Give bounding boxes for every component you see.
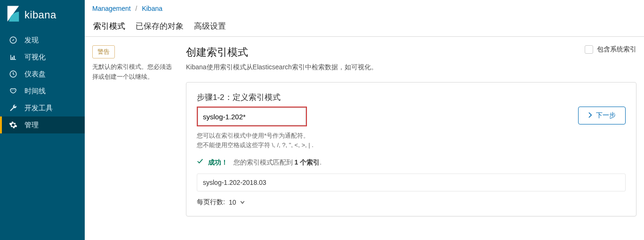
sidebar-item-visualize[interactable]: 可视化: [0, 49, 85, 66]
breadcrumb: Management / Kibana: [85, 0, 644, 12]
index-pattern-input-highlight: [197, 107, 307, 126]
index-pattern-help-2: 您不能使用空格或这些字符 \, /, ?, ", <, >, | .: [197, 141, 314, 150]
success-label: 成功！: [208, 158, 228, 166]
warning-text: 无默认的索引模式。您必须选择或创建一个以继续。: [92, 62, 175, 82]
chevron-right-icon: [588, 112, 592, 120]
sidebar-item-devtools[interactable]: 开发工具: [0, 99, 85, 116]
page-title: 创建索引模式: [186, 45, 378, 59]
matching-index-row: syslog-1.202-2018.03: [197, 174, 625, 191]
tab-saved-objects[interactable]: 已保存的对象: [135, 17, 185, 36]
create-index-pattern-panel: 步骤1-2：定义索引模式 索引模式 您可以在索引模式中使用*号作为通配符。 您不…: [186, 82, 636, 216]
sidebar: kibana 发现 可视化 仪表盘 时间线: [0, 0, 85, 240]
bar-chart-icon: [8, 52, 18, 62]
sidebar-item-label: 管理: [24, 121, 39, 130]
checkbox-icon: [585, 45, 593, 54]
sidebar-item-management[interactable]: 管理: [0, 116, 85, 133]
success-msg-prefix: 您的索引模式匹配到: [233, 158, 295, 166]
include-system-indices-label: 包含系统索引: [597, 45, 636, 54]
rows-per-page[interactable]: 每页行数: 10: [197, 198, 626, 207]
svg-point-7: [14, 90, 15, 91]
breadcrumb-kibana[interactable]: Kibana: [142, 5, 162, 12]
sidebar-item-label: 时间线: [24, 87, 46, 96]
check-icon: [197, 158, 203, 165]
match-success-row: 成功！ 您的索引模式匹配到 1 个索引.: [197, 158, 626, 167]
wrench-icon: [8, 103, 18, 113]
breadcrumb-sep: /: [136, 5, 137, 12]
next-step-label: 下一步: [596, 111, 616, 120]
svg-rect-1: [10, 55, 11, 60]
sidebar-item-timelion[interactable]: 时间线: [0, 83, 85, 99]
warning-badge: 警告: [92, 45, 115, 58]
matching-indices-list: syslog-1.202-2018.03: [197, 174, 626, 191]
mask-icon: [8, 86, 18, 96]
svg-rect-4: [14, 56, 15, 59]
sidebar-item-label: 开发工具: [24, 104, 53, 113]
sidebar-item-label: 可视化: [24, 53, 46, 62]
success-count: 1 个索引: [294, 158, 320, 166]
svg-rect-2: [10, 59, 16, 60]
brand-name: kibana: [24, 9, 56, 21]
tabs: 索引模式 已保存的对象 高级设置: [85, 12, 644, 37]
include-system-indices-toggle[interactable]: 包含系统索引: [585, 45, 636, 54]
brand[interactable]: kibana: [0, 0, 85, 32]
step-title: 步骤1-2：定义索引模式: [197, 92, 626, 103]
nav: 发现 可视化 仪表盘 时间线 开发工具: [0, 32, 85, 133]
sidebar-item-discover[interactable]: 发现: [0, 32, 85, 49]
tab-advanced-settings[interactable]: 高级设置: [193, 17, 227, 36]
success-msg-suffix: .: [320, 158, 322, 166]
sidebar-item-dashboard[interactable]: 仪表盘: [0, 66, 85, 83]
svg-point-6: [12, 90, 13, 91]
svg-rect-3: [12, 57, 13, 59]
index-pattern-help-1: 您可以在索引模式中使用*号作为通配符。: [197, 131, 314, 141]
next-step-button[interactable]: 下一步: [578, 107, 626, 124]
sidebar-item-label: 发现: [24, 36, 39, 45]
main: Management / Kibana 索引模式 已保存的对象 高级设置 警告 …: [85, 0, 644, 240]
compass-icon: [8, 35, 18, 45]
gear-icon: [8, 120, 18, 130]
sidebar-item-label: 仪表盘: [24, 70, 46, 79]
rows-per-page-value: 10: [229, 199, 236, 206]
page-description: Kibana使用索引模式从Elasticsearch索引中检索数据，如可视化。: [186, 63, 378, 72]
rows-per-page-label: 每页行数:: [197, 198, 225, 207]
tab-index-patterns[interactable]: 索引模式: [92, 17, 126, 36]
kibana-logo-icon: [7, 5, 20, 25]
warning-panel: 警告 无默认的索引模式。您必须选择或创建一个以继续。: [92, 45, 175, 232]
clock-icon: [8, 69, 18, 79]
index-pattern-input[interactable]: [198, 108, 306, 125]
breadcrumb-management[interactable]: Management: [92, 5, 131, 12]
chevron-down-icon: [240, 199, 245, 205]
